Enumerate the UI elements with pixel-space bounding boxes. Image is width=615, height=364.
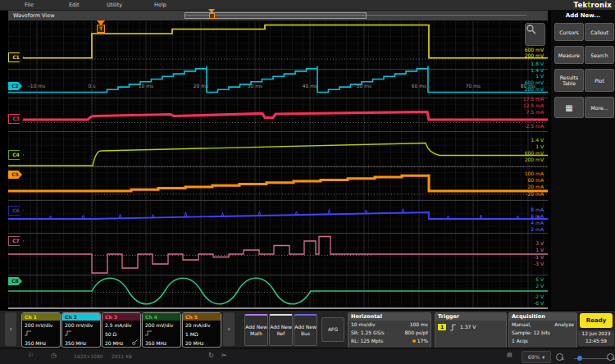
waveform-canvas xyxy=(8,20,548,309)
ch6-scale-label: 2 mA xyxy=(531,226,544,232)
acquisition-panel[interactable]: Acquisition Manual,Analyze Sample: 12 bi… xyxy=(508,312,577,348)
ch3-scale-label: 12.5 mA xyxy=(523,102,544,108)
ch2-scale-label: 200 mV xyxy=(525,86,544,92)
refresh-icon[interactable]: ↻ xyxy=(208,352,214,359)
time-label: 30 ms xyxy=(240,83,270,89)
oscilloscope-app: File Edit Utility Help Tektronix Wavefor… xyxy=(0,0,615,364)
acquisition-title: Acquisition xyxy=(509,313,576,321)
ch4-bandwidth: 350 MHz xyxy=(143,339,180,348)
ch1-scale-label: 600 mV xyxy=(525,47,544,52)
probe-icon xyxy=(132,339,138,347)
ch5-badge-label: Ch 5 xyxy=(183,313,221,321)
waveform-view-title[interactable]: Waveform View xyxy=(13,12,55,19)
magnifier-icon xyxy=(526,24,537,35)
date: 12 Jun 2023 xyxy=(578,330,614,338)
menu-utility[interactable]: Utility xyxy=(107,2,122,8)
scissors-icon[interactable]: ✂ xyxy=(221,352,227,359)
trigger-level: 1.37 V xyxy=(460,323,476,331)
monitor-icon[interactable]: ▤ xyxy=(507,352,512,358)
ch8-trace xyxy=(8,278,548,304)
acq-analyze: Analyze xyxy=(554,321,574,329)
plot-bottom-scrollbar[interactable] xyxy=(8,307,548,309)
add-new-bus-button[interactable]: Add New Bus xyxy=(294,314,317,346)
ch3-scale: 2.5 mA/div xyxy=(102,321,140,330)
record-length: RL: 125 Mpts xyxy=(351,337,383,345)
ch4-trace xyxy=(8,143,548,166)
filesize-text: 2911 KB xyxy=(112,353,132,359)
zoom-in-icon[interactable] xyxy=(607,353,614,361)
ch8-scale-label: -6 V xyxy=(534,300,544,306)
ch1-badge[interactable]: Ch 1 200 mV/div 350 MHz xyxy=(21,312,61,348)
ch3-badge[interactable]: Ch 3 2.5 mA/div 50 Ω 20 MHz xyxy=(102,312,141,348)
export-table-button[interactable]: ▦ xyxy=(554,97,584,118)
ch3-bandwidth-row: 20 MHz xyxy=(102,339,140,348)
horizontal-panel[interactable]: Horizontal 10 ms/div100 ms SR: 1.25 GS/s… xyxy=(348,312,431,348)
plot-button[interactable]: Plot xyxy=(585,69,614,92)
results-table-button[interactable]: Results Table xyxy=(554,69,584,92)
time: 12:45:59 xyxy=(578,338,614,345)
ch7-scale-label: 3 V xyxy=(535,240,544,246)
more-button[interactable]: More... xyxy=(585,97,614,118)
right-sidebar: Add New... Cursors Callout Measure Searc… xyxy=(551,10,615,310)
ch4-scale-label: 1.4 V xyxy=(531,137,544,143)
trigger-panel[interactable]: Trigger 1 1.37 V xyxy=(435,312,507,348)
ch4-scale-label: 600 mV xyxy=(525,150,544,156)
datetime-display: 12 Jun 2023 12:45:59 xyxy=(578,330,614,346)
ch3-bandwidth: 20 MHz xyxy=(105,339,123,347)
reference-dotted-lines xyxy=(8,59,548,293)
trigger-source-badge: 1 xyxy=(438,324,446,330)
measure-button[interactable]: Measure xyxy=(554,46,584,64)
afg-button[interactable]: AFG xyxy=(321,317,344,342)
ch6-noise-spikes xyxy=(49,209,540,219)
waveform-plot: -10 ms 0 s 10 ms 20 ms 30 ms 40 ms 50 ms… xyxy=(8,20,548,309)
ch1-badge-label: Ch 1 xyxy=(22,313,60,321)
ch1-scale-label: 200 mV xyxy=(525,52,544,58)
menu-edit[interactable]: Edit xyxy=(69,2,80,8)
zoom-level-select[interactable]: 69%▾ xyxy=(522,351,551,363)
ch5-badge[interactable]: Ch 5 20 mA/div 1 MΩ 20 MHz xyxy=(182,312,221,348)
pin-icon[interactable]: ⚐ xyxy=(28,352,34,359)
ch7-trace xyxy=(8,237,548,274)
ch3-scale-label: 17.5 mA xyxy=(523,96,544,102)
time-label: -10 ms xyxy=(22,83,52,89)
add-new-ref-button[interactable]: Add New Ref xyxy=(269,314,293,346)
time-label: 10 ms xyxy=(131,83,161,89)
clock-icon[interactable]: ◷ xyxy=(51,352,57,359)
probe-comp-icon xyxy=(143,330,180,339)
table-grid-icon: ▦ xyxy=(565,105,572,111)
add-new-math-button[interactable]: Add New Math xyxy=(244,314,268,346)
ch3-badge-label: Ch 3 xyxy=(102,313,140,321)
ch1-scale: 200 mV/div xyxy=(22,321,60,330)
ch2-scale-label: 1.4 V xyxy=(531,67,544,73)
tektronix-logo: Tektronix xyxy=(574,1,612,9)
ch2-scale-label: 1.8 V xyxy=(531,61,544,66)
ch4-badge[interactable]: Ch 4 200 mV/div 350 MHz xyxy=(142,312,181,348)
ch6-scale-label: 6 mA xyxy=(531,213,544,219)
position: 17% xyxy=(412,337,428,345)
ch8-scale-label: 6 V xyxy=(535,276,544,282)
scroll-badges-right-button[interactable]: › xyxy=(223,312,235,346)
search-button[interactable]: Search xyxy=(585,46,614,64)
zoom-slider-handle[interactable] xyxy=(577,356,582,361)
scroll-badges-left-button[interactable]: ‹ xyxy=(5,312,16,346)
zoom-pan-widget[interactable] xyxy=(525,23,545,46)
ch2-scale-label: 1 V xyxy=(535,73,544,79)
overview-trigger-marker-box[interactable] xyxy=(209,13,215,19)
ch7-scale-label: 1 V xyxy=(535,247,544,253)
grid-major-vertical xyxy=(37,21,528,308)
trigger-marker-flag[interactable]: T xyxy=(97,25,105,33)
ch4-scale-label: 200 mV xyxy=(525,157,544,162)
horizontal-window: 100 ms xyxy=(410,321,428,329)
cursors-button[interactable]: Cursors xyxy=(554,23,584,41)
menu-help[interactable]: Help xyxy=(154,2,166,8)
ch5-scale-label: 20 mA xyxy=(528,184,544,189)
ch6-scale-label: 4 mA xyxy=(531,220,544,225)
menu-file[interactable]: File xyxy=(25,2,34,8)
callout-button[interactable]: Callout xyxy=(585,23,614,41)
time-label: 40 ms xyxy=(295,83,325,89)
zoom-out-icon[interactable] xyxy=(556,353,563,361)
ch4-scale-label: 1 V xyxy=(535,143,544,149)
ch7-scale-label: -1 V xyxy=(534,254,544,260)
ch2-badge[interactable]: Ch 2 200 mV/div 350 MHz xyxy=(61,312,101,348)
trigger-title: Trigger xyxy=(435,313,506,321)
